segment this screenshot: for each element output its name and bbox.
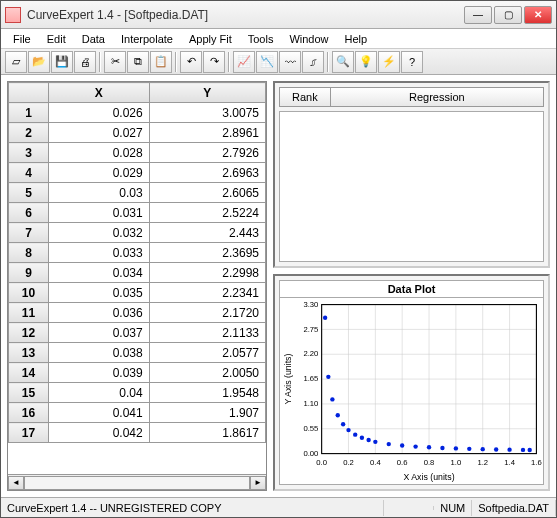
- cell-x[interactable]: 0.041: [49, 403, 150, 423]
- cell-y[interactable]: 2.2341: [149, 283, 265, 303]
- tab-regression[interactable]: Regression: [331, 87, 544, 107]
- cell-x[interactable]: 0.027: [49, 123, 150, 143]
- col-header-y[interactable]: Y: [149, 83, 265, 103]
- cell-y[interactable]: 2.0577: [149, 343, 265, 363]
- cell-y[interactable]: 2.443: [149, 223, 265, 243]
- table-row[interactable]: 130.0382.0577: [9, 343, 266, 363]
- menu-window[interactable]: Window: [281, 31, 336, 47]
- maximize-button[interactable]: ▢: [494, 6, 522, 24]
- cell-x[interactable]: 0.028: [49, 143, 150, 163]
- row-header[interactable]: 4: [9, 163, 49, 183]
- cell-x[interactable]: 0.032: [49, 223, 150, 243]
- bolt-button[interactable]: ⚡: [378, 51, 400, 73]
- menu-file[interactable]: File: [5, 31, 39, 47]
- menu-data[interactable]: Data: [74, 31, 113, 47]
- menu-edit[interactable]: Edit: [39, 31, 74, 47]
- row-header[interactable]: 16: [9, 403, 49, 423]
- cell-y[interactable]: 1.8617: [149, 423, 265, 443]
- undo-button[interactable]: ↶: [180, 51, 202, 73]
- table-row[interactable]: 160.0411.907: [9, 403, 266, 423]
- cell-y[interactable]: 1.9548: [149, 383, 265, 403]
- cell-x[interactable]: 0.029: [49, 163, 150, 183]
- horizontal-scrollbar[interactable]: ◄ ►: [8, 474, 266, 490]
- data-grid[interactable]: X Y 10.0263.007520.0272.896130.0282.7926…: [8, 82, 266, 443]
- row-header[interactable]: 11: [9, 303, 49, 323]
- col-header-x[interactable]: X: [49, 83, 150, 103]
- table-row[interactable]: 50.032.6065: [9, 183, 266, 203]
- plot3-button[interactable]: 〰: [279, 51, 301, 73]
- help-button[interactable]: ?: [401, 51, 423, 73]
- cell-x[interactable]: 0.039: [49, 363, 150, 383]
- row-header[interactable]: 15: [9, 383, 49, 403]
- table-row[interactable]: 20.0272.8961: [9, 123, 266, 143]
- row-header[interactable]: 12: [9, 323, 49, 343]
- cell-x[interactable]: 0.03: [49, 183, 150, 203]
- print-button[interactable]: 🖨: [74, 51, 96, 73]
- paste-button[interactable]: 📋: [150, 51, 172, 73]
- cell-y[interactable]: 2.6065: [149, 183, 265, 203]
- cell-x[interactable]: 0.026: [49, 103, 150, 123]
- table-row[interactable]: 10.0263.0075: [9, 103, 266, 123]
- cell-x[interactable]: 0.031: [49, 203, 150, 223]
- info-button[interactable]: 🔍: [332, 51, 354, 73]
- cell-x[interactable]: 0.036: [49, 303, 150, 323]
- row-header[interactable]: 14: [9, 363, 49, 383]
- row-header[interactable]: 13: [9, 343, 49, 363]
- cell-x[interactable]: 0.037: [49, 323, 150, 343]
- plot2-button[interactable]: 📉: [256, 51, 278, 73]
- cell-x[interactable]: 0.04: [49, 383, 150, 403]
- copy-button[interactable]: ⧉: [127, 51, 149, 73]
- redo-button[interactable]: ↷: [203, 51, 225, 73]
- save-button[interactable]: 💾: [51, 51, 73, 73]
- row-header[interactable]: 6: [9, 203, 49, 223]
- close-button[interactable]: ✕: [524, 6, 552, 24]
- cell-y[interactable]: 1.907: [149, 403, 265, 423]
- cell-x[interactable]: 0.034: [49, 263, 150, 283]
- cell-y[interactable]: 2.2998: [149, 263, 265, 283]
- table-row[interactable]: 100.0352.2341: [9, 283, 266, 303]
- row-header[interactable]: 8: [9, 243, 49, 263]
- row-header[interactable]: 3: [9, 143, 49, 163]
- menu-help[interactable]: Help: [337, 31, 376, 47]
- row-header[interactable]: 7: [9, 223, 49, 243]
- table-row[interactable]: 170.0421.8617: [9, 423, 266, 443]
- table-row[interactable]: 140.0392.0050: [9, 363, 266, 383]
- cell-y[interactable]: 2.1720: [149, 303, 265, 323]
- cell-y[interactable]: 2.5224: [149, 203, 265, 223]
- plot1-button[interactable]: 📈: [233, 51, 255, 73]
- tab-rank[interactable]: Rank: [279, 87, 331, 107]
- bulb-button[interactable]: 💡: [355, 51, 377, 73]
- table-row[interactable]: 120.0372.1133: [9, 323, 266, 343]
- table-row[interactable]: 40.0292.6963: [9, 163, 266, 183]
- table-row[interactable]: 80.0332.3695: [9, 243, 266, 263]
- cell-y[interactable]: 2.8961: [149, 123, 265, 143]
- cell-y[interactable]: 2.7926: [149, 143, 265, 163]
- scroll-left-button[interactable]: ◄: [8, 476, 24, 490]
- menu-interpolate[interactable]: Interpolate: [113, 31, 181, 47]
- new-button[interactable]: ▱: [5, 51, 27, 73]
- plot-area[interactable]: 0.00.20.40.60.81.01.21.41.60.000.551.101…: [279, 297, 544, 485]
- cell-x[interactable]: 0.042: [49, 423, 150, 443]
- row-header[interactable]: 10: [9, 283, 49, 303]
- cell-y[interactable]: 3.0075: [149, 103, 265, 123]
- table-row[interactable]: 30.0282.7926: [9, 143, 266, 163]
- cell-y[interactable]: 2.0050: [149, 363, 265, 383]
- table-row[interactable]: 150.041.9548: [9, 383, 266, 403]
- open-button[interactable]: 📂: [28, 51, 50, 73]
- cell-y[interactable]: 2.1133: [149, 323, 265, 343]
- plot4-button[interactable]: ⎎: [302, 51, 324, 73]
- cut-button[interactable]: ✂: [104, 51, 126, 73]
- table-row[interactable]: 60.0312.5224: [9, 203, 266, 223]
- row-header[interactable]: 1: [9, 103, 49, 123]
- minimize-button[interactable]: —: [464, 6, 492, 24]
- row-header[interactable]: 5: [9, 183, 49, 203]
- row-header[interactable]: 9: [9, 263, 49, 283]
- cell-y[interactable]: 2.6963: [149, 163, 265, 183]
- table-row[interactable]: 70.0322.443: [9, 223, 266, 243]
- table-row[interactable]: 90.0342.2998: [9, 263, 266, 283]
- scroll-right-button[interactable]: ►: [250, 476, 266, 490]
- cell-x[interactable]: 0.033: [49, 243, 150, 263]
- cell-x[interactable]: 0.038: [49, 343, 150, 363]
- table-row[interactable]: 110.0362.1720: [9, 303, 266, 323]
- row-header[interactable]: 2: [9, 123, 49, 143]
